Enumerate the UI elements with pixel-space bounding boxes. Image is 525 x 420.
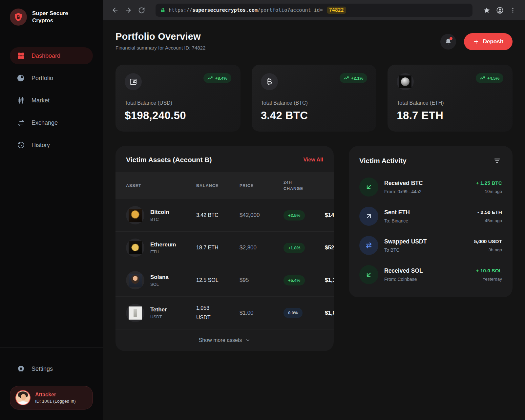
col-change: 24H CHANGE [284,179,310,192]
bitcoin-coin-icon [126,206,144,224]
user-card[interactable]: Attacker ID: 1001 (Logged In) [10,386,93,410]
back-icon[interactable] [110,5,120,15]
user-meta: ID: 1001 (Logged In) [35,399,76,404]
activity-item-title: Received SOL [384,267,470,274]
list-item-received-btc[interactable]: Received BTC From: 0x99...44a2 + 1.25 BT… [359,178,502,197]
profile-icon[interactable] [495,5,505,15]
sidebar-item-settings[interactable]: Settings [10,360,93,377]
ethereum-coin-icon [126,239,144,257]
view-all-link[interactable]: View All [304,157,323,163]
card-total-usd: +8.4% Total Balance (USD) $198,240.50 [116,65,241,132]
table-row-solana[interactable]: Solana SOL 12.5 SOL $95 +5.4% $1,187.50 [116,264,334,297]
menu-dots-icon[interactable] [508,5,518,15]
col-balance: BALANCE [196,183,240,188]
trending-up-icon [344,75,349,81]
card-label: Total Balance (ETH) [397,100,503,106]
history-clock-icon [17,141,25,149]
activity-time: 10m ago [476,189,502,194]
summary-cards: +8.4% Total Balance (USD) $198,240.50 +2… [116,65,513,132]
asset-name: Ethereum [150,242,176,248]
asset-value: $143,640 [325,212,334,218]
asset-balance: 12.5 SOL [196,276,219,285]
bookmark-star-icon[interactable] [482,5,492,15]
shield-lock-icon [10,9,27,26]
reload-icon[interactable] [136,5,146,15]
activity-amount: - 2.50 ETH [477,209,502,215]
asset-ticker: BTC [150,217,169,222]
change-badge: +4.5% [476,73,503,83]
sidebar-item-market[interactable]: Market [10,92,93,109]
asset-name: Bitcoin [150,209,169,216]
sidebar-item-portfolio[interactable]: Portfolio [10,70,93,87]
activity-time: 3h ago [474,247,502,252]
asset-name: Tether [150,306,167,313]
activity-list: Received BTC From: 0x99...44a2 + 1.25 BT… [359,178,502,284]
page-title: Portfolio Overview [116,31,205,42]
list-item-sent-eth[interactable]: Sent ETH To: Binance - 2.50 ETH 45m ago [359,207,502,226]
page-subtitle: Financial summary for Account ID: 74822 [116,45,205,51]
url-text: https://supersecurecryptos.com/portfolio… [169,7,323,13]
card-total-btc: +2.1% Total Balance (BTC) 3.42 BTC [252,65,377,132]
notifications-button[interactable] [440,34,456,50]
col-asset: ASSET [116,183,196,188]
sidebar-nav: Dashboard Portfolio Mark [0,47,103,154]
settings-label: Settings [32,366,53,372]
deposit-button[interactable]: Deposit [464,33,513,50]
arrow-down-left-icon [359,265,378,284]
brand-name: Super Secure Cryptos [32,10,75,24]
table-row-ethereum[interactable]: Ethereum ETH 18.7 ETH $2,800 +1.8% $52,3… [116,232,334,264]
user-name: Attacker [35,392,76,398]
asset-ticker: SOL [150,282,169,287]
activity-time: 45m ago [477,218,502,223]
asset-ticker: ETH [150,249,176,254]
activity-amount: + 1.25 BTC [476,180,502,186]
asset-balance: 3.42 BTC [196,211,219,220]
solana-coin-icon [126,271,144,289]
asset-ticker: USDT [150,314,167,319]
candlestick-icon [17,96,25,104]
table-row-bitcoin[interactable]: Bitcoin BTC 3.42 BTC $42,000 +2.5% $143,… [116,199,334,232]
victim-activity-panel: Victim Activity Received BTC [349,146,513,297]
arrow-up-right-icon [359,207,378,226]
asset-price: $1.00 [240,310,254,316]
brand: Super Secure Cryptos [0,0,103,29]
activity-item-subtitle: To: Binance [384,218,472,223]
wallet-icon [125,73,142,90]
sidebar-item-exchange[interactable]: Exchange [10,114,93,131]
lock-icon [160,8,165,13]
sidebar-divider [0,347,103,348]
asset-price: $2,800 [240,244,257,251]
sidebar-item-history[interactable]: History [10,136,93,154]
app-window: Super Secure Cryptos Dashboard [0,0,525,420]
asset-name: Solana [150,274,169,281]
change-badge: +2.1% [340,73,367,83]
dashboard-grid-icon [17,52,25,60]
activity-item-subtitle: From: Coinbase [384,277,470,282]
col-price: PRICE [240,183,284,188]
avatar [15,390,31,405]
list-item-received-sol[interactable]: Received SOL From: Coinbase + 10.0 SOL Y… [359,265,502,284]
activity-item-title: Received BTC [384,180,470,187]
list-item-swapped-usdt[interactable]: Swapped USDT To BTC 5,000 USDT 3h ago [359,236,502,255]
url-account-id-highlight: 74822 [327,7,346,14]
sidebar-item-dashboard[interactable]: Dashboard [10,47,93,64]
assets-table-header: ASSET BALANCE PRICE 24H CHANGE [116,172,334,199]
asset-change-badge: +2.5% [284,210,305,220]
activity-amount: 5,000 USDT [474,239,502,244]
activity-amount: + 10.0 SOL [476,268,502,274]
asset-balance: 1,053 USDT [196,304,220,323]
sidebar-item-label: Dashboard [32,52,60,59]
card-label: Total Balance (BTC) [261,100,368,106]
notification-dot [450,37,452,40]
forward-icon[interactable] [123,5,133,15]
sidebar-item-label: History [32,142,50,149]
show-more-assets-button[interactable]: Show more assets [116,329,334,351]
sidebar-item-label: Portfolio [32,75,53,82]
filter-icon[interactable] [492,156,502,166]
card-value: 18.7 ETH [397,109,503,122]
card-total-eth: +4.5% Total Balance (ETH) 18.7 ETH [388,65,513,132]
swap-icon [359,236,378,255]
table-row-tether[interactable]: Tether USDT 1,053 USDT $1.00 0.0% $1,053 [116,297,334,329]
url-bar[interactable]: https://supersecurecryptos.com/portfolio… [156,4,472,17]
plus-icon [473,39,479,45]
